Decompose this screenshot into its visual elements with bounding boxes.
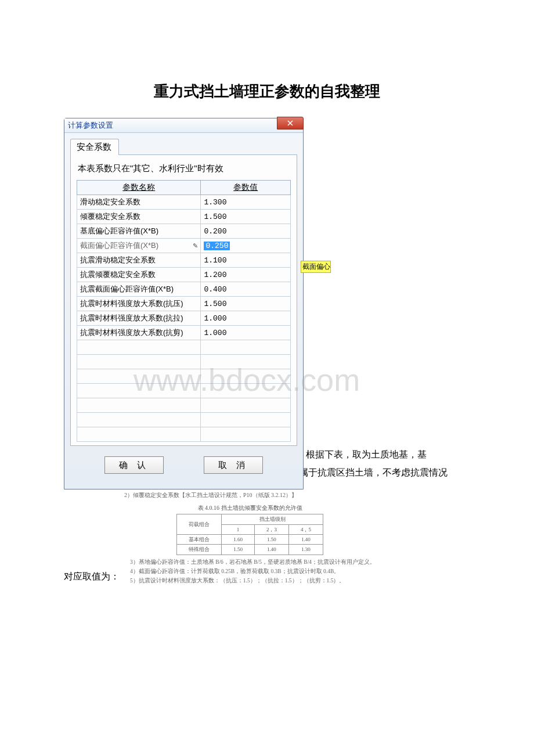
table-row[interactable]: 基底偏心距容许值(X*B) 0.200 bbox=[77, 224, 291, 239]
spec-th-combo: 荷载组合 bbox=[177, 514, 222, 535]
edit-cursor-icon: ✎ bbox=[193, 242, 198, 250]
table-row-selected[interactable]: 截面偏心距容许值(X*B) ✎ 0.250 bbox=[77, 239, 291, 253]
table-row[interactable]: 抗震时材料强度放大系数(抗剪) 1.000 bbox=[77, 326, 291, 340]
table-row bbox=[77, 427, 291, 442]
params-table: 参数名称 参数值 滑动稳定安全系数 1.300 倾覆稳定安全 bbox=[77, 180, 291, 442]
dialog-screenshot: 计算参数设置 安全系数 本表系数只在"其它、水利行业"时有效 bbox=[64, 118, 304, 463]
spec-excerpt: 2）倾覆稳定安全系数【水工挡土墙设计规范，P10（纸版 3.2.12）】 表 4… bbox=[124, 491, 376, 585]
spec-heading: 2）倾覆稳定安全系数【水工挡土墙设计规范，P10（纸版 3.2.12）】 bbox=[124, 491, 376, 500]
dialog-titlebar: 计算参数设置 bbox=[64, 118, 303, 133]
spec-note: 4）截面偏心距容许值：计算荷载取 0.25B，验算荷载取 0.3B；抗震设计时取… bbox=[130, 567, 376, 576]
table-row[interactable]: 滑动稳定安全系数 1.300 bbox=[77, 195, 291, 210]
table-row[interactable]: 抗震滑动稳定安全系数 1.100 bbox=[77, 253, 291, 268]
table-row[interactable]: 抗震时材料强度放大系数(抗压) 1.500 bbox=[77, 297, 291, 311]
cancel-button[interactable]: 取 消 bbox=[204, 456, 263, 474]
table-row[interactable]: 抗震截面偏心距容许值(X*B) 0.400 bbox=[77, 282, 291, 297]
close-icon bbox=[287, 120, 293, 126]
table-row bbox=[77, 355, 291, 369]
table-row bbox=[77, 413, 291, 427]
col-value-header: 参数值 bbox=[201, 181, 291, 195]
selected-param-name: 截面偏心距容许值(X*B) bbox=[80, 241, 158, 250]
spec-table-title: 表 4.0.16 挡土墙抗倾覆安全系数的允许值 bbox=[124, 503, 376, 513]
doc-title: 重力式挡土墙理正参数的自我整理 bbox=[64, 81, 470, 102]
spec-table: 荷载组合 挡土墙级别 1 2，3 4，5 基本组合 1.60 1.50 1.40… bbox=[176, 514, 323, 555]
spec-note: 5）抗震设计时材料强度放大系数：（抗压：1.5）；（抗拉：1.5）；（抗剪：1.… bbox=[130, 576, 376, 585]
dialog-title: 计算参数设置 bbox=[68, 120, 113, 131]
spec-note: 3）基地偏心距容许值：土质地基 B/6，岩石地基 B/5，坚硬岩质地基 B/4；… bbox=[130, 557, 376, 567]
table-row bbox=[77, 340, 291, 355]
selected-value-input[interactable]: 0.250 bbox=[204, 242, 230, 250]
tooltip-badge: 截面偏心距 bbox=[301, 261, 331, 273]
paragraph-2-label: 对应取值为： bbox=[64, 571, 120, 583]
close-button[interactable] bbox=[277, 117, 304, 129]
col-name-header: 参数名称 bbox=[77, 181, 201, 195]
tab-safety-factor[interactable]: 安全系数 bbox=[70, 139, 119, 155]
ok-button[interactable]: 确 认 bbox=[104, 456, 164, 474]
dialog-note: 本表系数只在"其它、水利行业"时有效 bbox=[78, 163, 291, 174]
spec-row: 基本组合 1.60 1.50 1.40 bbox=[177, 534, 323, 544]
table-row bbox=[77, 384, 291, 398]
table-row[interactable]: 倾覆稳定安全系数 1.500 bbox=[77, 210, 291, 224]
table-row[interactable]: 抗震时材料强度放大系数(抗拉) 1.000 bbox=[77, 311, 291, 326]
table-row[interactable]: 抗震倾覆稳定安全系数 1.200 bbox=[77, 268, 291, 282]
figure-following-text: 根据下表，取为土质地基，基 bbox=[306, 447, 427, 462]
spec-th-level: 挡土墙级别 bbox=[222, 514, 323, 524]
table-row bbox=[77, 398, 291, 413]
spec-row: 特殊组合 1.50 1.40 1.30 bbox=[177, 545, 323, 555]
table-row bbox=[77, 369, 291, 384]
